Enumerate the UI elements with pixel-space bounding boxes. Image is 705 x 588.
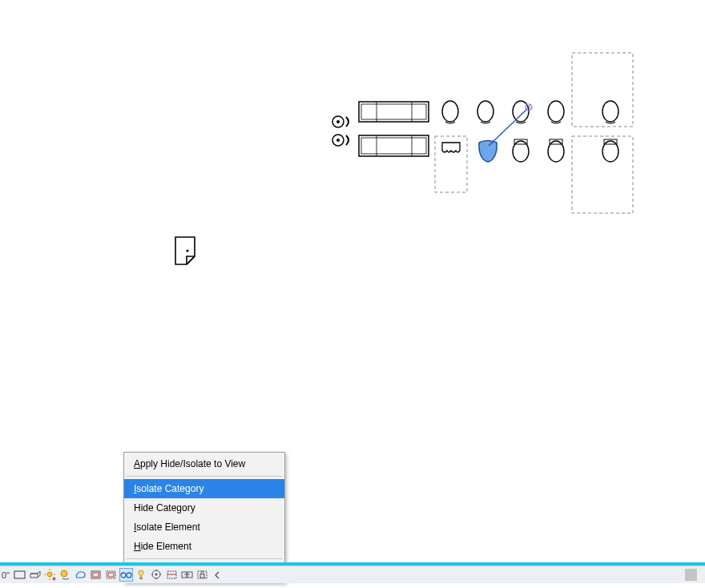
svg-line-20 — [489, 110, 526, 146]
toilet-row2-3 — [513, 139, 529, 162]
svg-rect-29 — [14, 571, 25, 578]
highlight-displacement-icon[interactable] — [180, 568, 194, 582]
stall-dashed-small — [435, 136, 467, 192]
svg-point-0 — [186, 249, 188, 252]
view-control-bar: 0" — [0, 566, 705, 583]
svg-rect-9 — [359, 135, 429, 156]
menu-hide-element[interactable]: Hide Element — [124, 537, 284, 556]
fixture-valve-1 — [332, 116, 348, 127]
chevron-left-icon[interactable] — [211, 568, 224, 582]
menu-label: Hide Category — [134, 502, 195, 513]
detail-level-icon[interactable] — [28, 568, 42, 582]
svg-rect-6 — [361, 104, 426, 119]
sun-path-icon[interactable] — [43, 568, 57, 582]
analytical-model-icon[interactable] — [165, 568, 179, 582]
floorplan-svg — [0, 0, 705, 562]
view-scale-label[interactable]: 0" — [2, 570, 11, 580]
menu-isolate-element[interactable]: Isolate Element — [124, 518, 284, 537]
menu-label: Apply Hide/Isolate to View — [134, 458, 245, 469]
reveal-constraints-icon[interactable] — [195, 568, 209, 582]
temporary-hide-isolate-icon[interactable] — [119, 568, 133, 582]
toilet-row1-5 — [602, 101, 618, 123]
menu-separator — [126, 476, 283, 477]
menu-hide-category[interactable]: Hide Category — [124, 498, 284, 518]
counter-top-1 — [359, 102, 429, 122]
svg-rect-10 — [361, 138, 426, 154]
svg-point-2 — [336, 120, 340, 123]
svg-point-4 — [336, 139, 340, 142]
temporary-view-properties-icon[interactable] — [150, 568, 163, 582]
menu-isolate-category[interactable]: Isolate Category — [124, 479, 284, 498]
crop-region-visible-icon[interactable] — [104, 568, 118, 582]
model-graphics-style-icon[interactable] — [13, 568, 26, 582]
sheet-symbol-icon — [175, 237, 195, 264]
footer-gray-box — [685, 569, 697, 581]
svg-point-44 — [155, 574, 158, 576]
menu-label: Hide Element — [134, 541, 191, 552]
svg-rect-27 — [572, 53, 633, 127]
toilet-row2-5 — [602, 139, 618, 162]
crop-view-icon[interactable] — [89, 568, 103, 582]
rendering-icon[interactable] — [74, 568, 87, 582]
toilet-row1-1 — [442, 101, 458, 123]
svg-point-17 — [602, 101, 618, 122]
svg-point-13 — [442, 101, 458, 122]
svg-rect-18 — [435, 136, 467, 192]
toilet-row2-4 — [548, 139, 564, 162]
svg-point-15 — [513, 101, 529, 122]
menu-label: Isolate Element — [134, 522, 200, 533]
svg-point-30 — [47, 572, 52, 577]
svg-point-16 — [548, 101, 564, 122]
drawing-canvas[interactable] — [0, 0, 705, 562]
urinal-1 — [442, 143, 460, 152]
menu-separator — [126, 558, 283, 559]
svg-rect-37 — [93, 573, 99, 577]
shadows-icon[interactable] — [58, 568, 72, 582]
selected-fixture[interactable] — [479, 104, 532, 162]
svg-rect-39 — [108, 573, 114, 577]
toilet-row1-2 — [477, 101, 494, 123]
svg-point-14 — [477, 101, 494, 122]
fixture-valve-2 — [332, 135, 348, 146]
reveal-hidden-icon[interactable] — [135, 568, 148, 582]
toilet-row1-4 — [548, 101, 564, 123]
menu-apply-hide-isolate[interactable]: Apply Hide/Isolate to View — [124, 454, 284, 473]
counter-top-2 — [359, 135, 429, 156]
svg-rect-54 — [200, 574, 204, 578]
svg-rect-5 — [359, 102, 429, 122]
svg-point-35 — [61, 570, 67, 577]
menu-label: Isolate Category — [134, 483, 203, 494]
stall-dashed-large-top — [572, 53, 633, 127]
svg-rect-42 — [139, 578, 143, 579]
